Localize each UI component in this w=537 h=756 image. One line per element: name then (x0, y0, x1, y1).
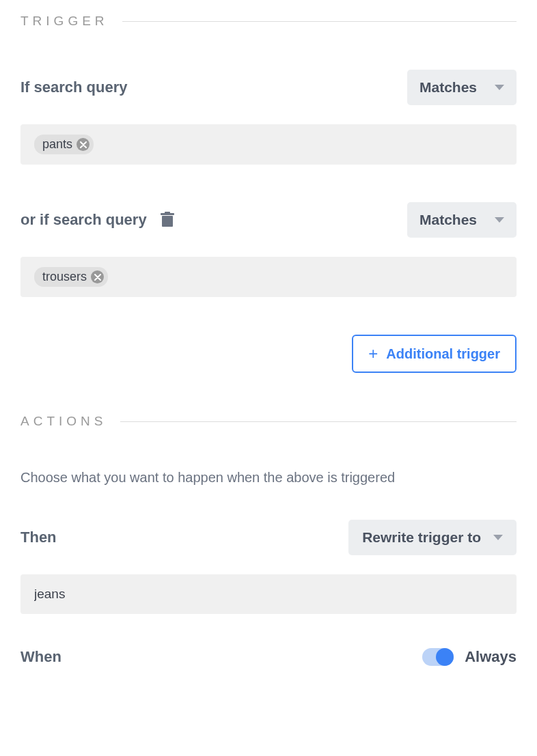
trigger-section-header: TRIGGER (20, 14, 517, 29)
trigger-condition-row: If search query Matches (20, 70, 517, 105)
chevron-down-icon (493, 535, 503, 540)
trigger-section-title: TRIGGER (20, 14, 109, 29)
divider (122, 21, 517, 22)
then-row: Then Rewrite trigger to (20, 520, 517, 555)
then-action-select[interactable]: Rewrite trigger to (348, 520, 517, 555)
add-trigger-row: + Additional trigger (20, 335, 517, 373)
when-label: When (20, 648, 61, 666)
rewrite-value-input[interactable] (20, 574, 517, 614)
match-type-value: Matches (419, 79, 477, 96)
when-control: Always (422, 648, 517, 666)
trigger-condition-row: or if search query Matches (20, 202, 517, 238)
query-tag: pants (34, 135, 94, 154)
trigger-label: If search query (20, 79, 128, 96)
close-icon (80, 141, 87, 148)
close-icon (94, 274, 101, 281)
match-type-select[interactable]: Matches (407, 202, 517, 238)
remove-tag-button[interactable] (77, 138, 90, 151)
match-type-value: Matches (419, 212, 477, 228)
divider (120, 421, 517, 422)
trigger-label-text: If search query (20, 79, 128, 96)
actions-section-title: ACTIONS (20, 414, 107, 429)
then-action-value: Rewrite trigger to (362, 529, 481, 546)
tag-text: trousers (42, 270, 87, 284)
svg-rect-2 (165, 212, 170, 214)
delete-trigger-button[interactable] (161, 212, 174, 228)
when-toggle-label: Always (465, 648, 517, 666)
trigger-label: or if search query (20, 211, 174, 229)
then-label: Then (20, 529, 57, 546)
actions-section-header: ACTIONS (20, 414, 517, 429)
query-tag: trousers (34, 267, 108, 287)
add-trigger-label: Additional trigger (386, 346, 500, 362)
chevron-down-icon (495, 217, 504, 223)
trigger-label-text: or if search query (20, 211, 147, 229)
tag-text: pants (42, 137, 72, 152)
plus-icon: + (368, 346, 378, 362)
toggle-knob (436, 648, 454, 666)
when-row: When Always (20, 648, 517, 666)
tag-input-container[interactable]: trousers (20, 257, 517, 297)
chevron-down-icon (495, 85, 504, 90)
match-type-select[interactable]: Matches (407, 70, 517, 105)
add-trigger-button[interactable]: + Additional trigger (352, 335, 517, 373)
tag-input-container[interactable]: pants (20, 124, 517, 165)
remove-tag-button[interactable] (91, 270, 104, 283)
actions-description: Choose what you want to happen when the … (20, 470, 517, 486)
trash-icon (161, 212, 174, 228)
when-toggle[interactable] (422, 648, 454, 666)
svg-rect-0 (162, 216, 173, 227)
